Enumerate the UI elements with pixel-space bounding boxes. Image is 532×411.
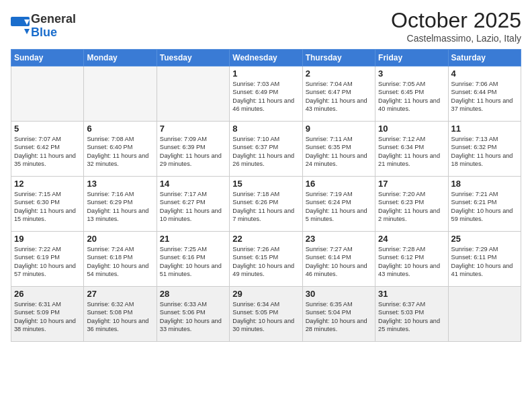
day-number: 5 (14, 124, 81, 134)
cell-text: Sunrise: 7:09 AMSunset: 6:39 PMDaylight:… (160, 135, 226, 169)
calendar-cell: 4Sunrise: 7:06 AMSunset: 6:44 PMDaylight… (448, 66, 521, 122)
calendar-cell (11, 66, 84, 122)
day-number: 7 (160, 124, 226, 134)
day-number: 31 (378, 289, 445, 299)
cell-text: Sunrise: 6:37 AMSunset: 5:03 PMDaylight:… (378, 300, 445, 334)
day-number: 15 (232, 179, 299, 189)
logo-icon (11, 17, 30, 36)
day-number: 21 (160, 234, 226, 244)
col-tuesday: Tuesday (157, 50, 229, 66)
calendar-cell: 25Sunrise: 7:29 AMSunset: 6:11 PMDayligh… (448, 232, 521, 287)
cell-text: Sunrise: 7:06 AMSunset: 6:44 PMDaylight:… (451, 80, 518, 113)
cell-text: Sunrise: 7:18 AMSunset: 6:26 PMDaylight:… (232, 190, 299, 224)
day-number: 29 (232, 289, 299, 299)
day-number: 2 (306, 68, 372, 79)
cell-text: Sunrise: 7:03 AMSunset: 6:49 PMDaylight:… (232, 80, 299, 113)
calendar-week-1: 1Sunrise: 7:03 AMSunset: 6:49 PMDaylight… (11, 66, 521, 122)
cell-text: Sunrise: 7:29 AMSunset: 6:11 PMDaylight:… (451, 245, 518, 279)
cell-text: Sunrise: 6:32 AMSunset: 5:08 PMDaylight:… (87, 300, 153, 334)
calendar-cell: 11Sunrise: 7:13 AMSunset: 6:32 PMDayligh… (448, 122, 521, 177)
calendar-cell: 1Sunrise: 7:03 AMSunset: 6:49 PMDaylight… (230, 66, 302, 122)
calendar-cell: 22Sunrise: 7:26 AMSunset: 6:15 PMDayligh… (230, 232, 302, 287)
calendar-cell: 26Sunrise: 6:31 AMSunset: 5:09 PMDayligh… (11, 287, 84, 342)
day-number: 10 (378, 124, 445, 134)
header-row: Sunday Monday Tuesday Wednesday Thursday… (11, 50, 521, 66)
logo-blue: Blue (31, 26, 57, 39)
cell-text: Sunrise: 6:34 AMSunset: 5:05 PMDaylight:… (232, 300, 299, 334)
calendar-cell: 23Sunrise: 7:27 AMSunset: 6:14 PMDayligh… (302, 232, 375, 287)
calendar-cell: 28Sunrise: 6:33 AMSunset: 5:06 PMDayligh… (157, 287, 229, 342)
col-sunday: Sunday (11, 50, 84, 66)
cell-text: Sunrise: 7:24 AMSunset: 6:18 PMDaylight:… (87, 245, 153, 279)
cell-text: Sunrise: 7:17 AMSunset: 6:27 PMDaylight:… (160, 190, 226, 224)
calendar-cell: 20Sunrise: 7:24 AMSunset: 6:18 PMDayligh… (84, 232, 157, 287)
day-number: 8 (232, 124, 299, 134)
calendar-cell: 24Sunrise: 7:28 AMSunset: 6:12 PMDayligh… (375, 232, 448, 287)
title-block: October 2025 Castelmassimo, Lazio, Italy (391, 8, 521, 44)
calendar-table: Sunday Monday Tuesday Wednesday Thursday… (11, 49, 521, 342)
cell-text: Sunrise: 7:07 AMSunset: 6:42 PMDaylight:… (14, 135, 81, 169)
cell-text: Sunrise: 6:33 AMSunset: 5:06 PMDaylight:… (160, 300, 226, 334)
day-number: 19 (14, 234, 81, 244)
calendar-cell: 10Sunrise: 7:12 AMSunset: 6:34 PMDayligh… (375, 122, 448, 177)
day-number: 6 (87, 124, 153, 134)
cell-text: Sunrise: 7:04 AMSunset: 6:47 PMDaylight:… (306, 80, 372, 113)
day-number: 18 (451, 179, 518, 189)
calendar-body: 1Sunrise: 7:03 AMSunset: 6:49 PMDaylight… (11, 66, 521, 342)
calendar-cell: 27Sunrise: 6:32 AMSunset: 5:08 PMDayligh… (84, 287, 157, 342)
calendar-cell: 9Sunrise: 7:11 AMSunset: 6:35 PMDaylight… (302, 122, 375, 177)
day-number: 12 (14, 179, 81, 189)
calendar-cell: 13Sunrise: 7:16 AMSunset: 6:29 PMDayligh… (84, 177, 157, 232)
day-number: 28 (160, 289, 226, 299)
location: Castelmassimo, Lazio, Italy (391, 33, 521, 44)
cell-text: Sunrise: 7:20 AMSunset: 6:23 PMDaylight:… (378, 190, 445, 224)
calendar-cell (448, 287, 521, 342)
page: General Blue October 2025 Castelmassimo,… (0, 0, 532, 411)
logo-general: General (31, 12, 76, 26)
calendar-cell (84, 66, 157, 122)
cell-text: Sunrise: 7:12 AMSunset: 6:34 PMDaylight:… (378, 135, 445, 169)
cell-text: Sunrise: 7:15 AMSunset: 6:30 PMDaylight:… (14, 190, 81, 224)
calendar-cell: 5Sunrise: 7:07 AMSunset: 6:42 PMDaylight… (11, 122, 84, 177)
col-friday: Friday (375, 50, 448, 66)
calendar-week-2: 5Sunrise: 7:07 AMSunset: 6:42 PMDaylight… (11, 122, 521, 177)
cell-text: Sunrise: 7:19 AMSunset: 6:24 PMDaylight:… (306, 190, 372, 224)
cell-text: Sunrise: 7:05 AMSunset: 6:45 PMDaylight:… (378, 80, 445, 113)
cell-text: Sunrise: 7:11 AMSunset: 6:35 PMDaylight:… (306, 135, 372, 169)
calendar-cell: 6Sunrise: 7:08 AMSunset: 6:40 PMDaylight… (84, 122, 157, 177)
calendar-cell: 16Sunrise: 7:19 AMSunset: 6:24 PMDayligh… (302, 177, 375, 232)
calendar-cell: 19Sunrise: 7:22 AMSunset: 6:19 PMDayligh… (11, 232, 84, 287)
col-saturday: Saturday (448, 50, 521, 66)
calendar-week-5: 26Sunrise: 6:31 AMSunset: 5:09 PMDayligh… (11, 287, 521, 342)
day-number: 17 (378, 179, 445, 189)
cell-text: Sunrise: 7:10 AMSunset: 6:37 PMDaylight:… (232, 135, 299, 169)
logo-text: General Blue (31, 13, 76, 40)
day-number: 22 (232, 234, 299, 244)
day-number: 9 (306, 124, 372, 134)
calendar-cell: 3Sunrise: 7:05 AMSunset: 6:45 PMDaylight… (375, 66, 448, 122)
day-number: 1 (232, 68, 299, 79)
calendar-cell: 31Sunrise: 6:37 AMSunset: 5:03 PMDayligh… (375, 287, 448, 342)
day-number: 16 (306, 179, 372, 189)
day-number: 27 (87, 289, 153, 299)
calendar-cell: 12Sunrise: 7:15 AMSunset: 6:30 PMDayligh… (11, 177, 84, 232)
logo: General Blue (11, 13, 76, 40)
day-number: 20 (87, 234, 153, 244)
calendar-cell: 29Sunrise: 6:34 AMSunset: 5:05 PMDayligh… (230, 287, 302, 342)
calendar-cell: 2Sunrise: 7:04 AMSunset: 6:47 PMDaylight… (302, 66, 375, 122)
day-number: 3 (378, 68, 445, 79)
day-number: 23 (306, 234, 372, 244)
col-wednesday: Wednesday (230, 50, 302, 66)
cell-text: Sunrise: 7:28 AMSunset: 6:12 PMDaylight:… (378, 245, 445, 279)
calendar-cell: 7Sunrise: 7:09 AMSunset: 6:39 PMDaylight… (157, 122, 229, 177)
month-title: October 2025 (391, 8, 521, 33)
header: General Blue October 2025 Castelmassimo,… (11, 8, 521, 44)
col-thursday: Thursday (302, 50, 375, 66)
calendar-cell: 14Sunrise: 7:17 AMSunset: 6:27 PMDayligh… (157, 177, 229, 232)
calendar-cell: 18Sunrise: 7:21 AMSunset: 6:21 PMDayligh… (448, 177, 521, 232)
cell-text: Sunrise: 7:26 AMSunset: 6:15 PMDaylight:… (232, 245, 299, 279)
day-number: 24 (378, 234, 445, 244)
cell-text: Sunrise: 7:13 AMSunset: 6:32 PMDaylight:… (451, 135, 518, 169)
day-number: 25 (451, 234, 518, 244)
cell-text: Sunrise: 7:25 AMSunset: 6:16 PMDaylight:… (160, 245, 226, 279)
